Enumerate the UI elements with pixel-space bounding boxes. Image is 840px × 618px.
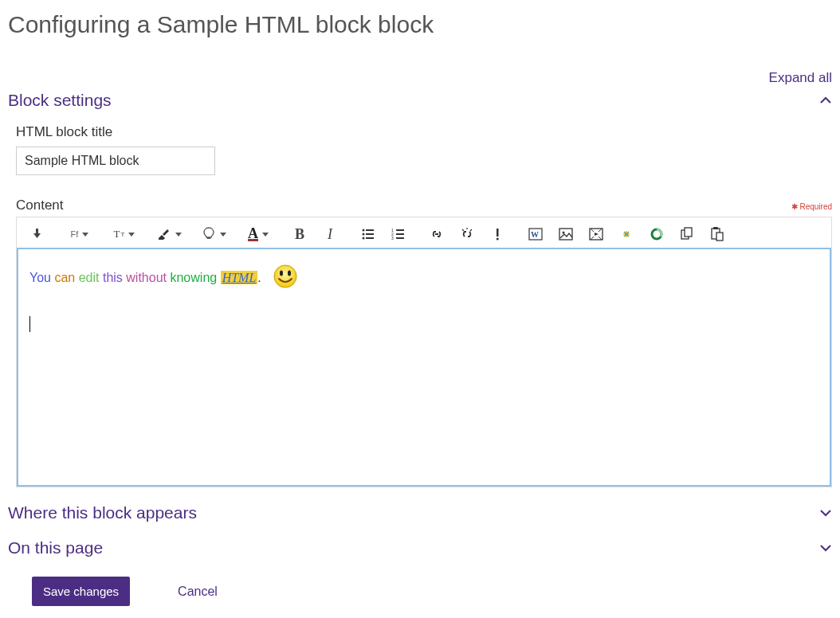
svg-point-27: [280, 271, 283, 276]
svg-rect-2: [366, 229, 374, 231]
bullet-list-button[interactable]: [353, 222, 383, 246]
section-where-appears-title: Where this block appears: [8, 503, 197, 522]
no-autolink-button[interactable]: [482, 222, 512, 246]
section-on-this-page[interactable]: On this page: [8, 538, 832, 557]
svg-point-5: [363, 237, 365, 240]
font-size-label: T: [114, 228, 120, 241]
svg-text:3: 3: [391, 236, 394, 241]
svg-point-26: [274, 265, 296, 287]
svg-rect-0: [206, 237, 210, 239]
font-size-dropdown[interactable]: TT: [106, 222, 143, 246]
font-color-dropdown[interactable]: A: [240, 222, 277, 246]
svg-point-28: [288, 271, 291, 276]
word-this: this: [103, 271, 123, 284]
text-cursor: [29, 316, 30, 332]
image-button[interactable]: [551, 222, 581, 246]
italic-icon: I: [328, 226, 332, 243]
highlight-dropdown[interactable]: [151, 222, 187, 246]
section-block-settings[interactable]: Block settings: [8, 91, 832, 110]
svg-point-14: [497, 238, 499, 241]
svg-rect-6: [366, 237, 374, 239]
svg-rect-25: [716, 233, 723, 241]
bold-button[interactable]: B: [285, 222, 315, 246]
svg-point-18: [563, 232, 565, 234]
caret-down-icon: [128, 233, 135, 237]
word-you: You: [29, 271, 51, 284]
word-edit: edit: [79, 271, 100, 284]
word-can: can: [54, 271, 75, 284]
cancel-button[interactable]: Cancel: [173, 584, 222, 600]
font-size-sub: T: [121, 231, 125, 238]
word-dot: .: [257, 271, 261, 284]
link-button[interactable]: [422, 222, 452, 246]
italic-button[interactable]: I: [315, 222, 345, 246]
video-button[interactable]: [581, 222, 611, 246]
editor: Ff TT A: [16, 217, 832, 487]
chevron-down-icon: [819, 542, 832, 554]
svg-rect-4: [366, 233, 374, 235]
required-note: ✱ Required: [791, 202, 832, 211]
hint-dropdown[interactable]: [195, 222, 232, 246]
caret-down-icon: [82, 233, 88, 237]
svg-rect-24: [713, 227, 718, 229]
paste-icon[interactable]: [702, 222, 732, 246]
font-family-dropdown[interactable]: Ff: [61, 222, 98, 246]
record-icon[interactable]: [642, 222, 672, 246]
word-html: HTML: [221, 271, 258, 284]
svg-rect-8: [396, 229, 404, 231]
save-changes-button[interactable]: Save changes: [32, 577, 130, 606]
content-label: Content: [16, 198, 64, 213]
editor-toolbar: Ff TT A: [17, 217, 831, 248]
word-import-icon[interactable]: W: [520, 222, 551, 246]
section-on-this-page-title: On this page: [8, 538, 103, 557]
sparkle-icon[interactable]: [611, 222, 642, 246]
numbered-list-button[interactable]: 123: [383, 222, 414, 246]
section-where-appears[interactable]: Where this block appears: [8, 503, 832, 522]
chevron-up-icon: [819, 94, 832, 107]
chevron-down-icon: [819, 507, 832, 519]
editor-sample-line: You can edit this without knowing HTML.: [29, 264, 818, 294]
font-color-label: A: [248, 228, 258, 241]
svg-point-3: [363, 233, 365, 236]
font-family-label: Ff: [71, 229, 79, 239]
svg-rect-10: [396, 233, 404, 235]
page-title: Configuring a Sample HTML block block: [8, 11, 832, 38]
unlink-button[interactable]: [452, 222, 482, 246]
block-settings-body: HTML block title Content ✱ Required Ff T…: [8, 124, 832, 487]
svg-rect-12: [396, 237, 404, 239]
section-block-settings-title: Block settings: [8, 91, 112, 110]
svg-rect-22: [685, 228, 692, 237]
html-block-title-label: HTML block title: [16, 124, 832, 140]
toggle-toolbar-icon[interactable]: [23, 222, 53, 246]
svg-point-1: [363, 229, 365, 232]
caret-down-icon: [175, 233, 182, 237]
word-without: without: [126, 271, 167, 284]
caret-down-icon: [220, 233, 226, 237]
bold-icon: B: [295, 226, 304, 243]
html-block-title-input[interactable]: [16, 147, 215, 175]
word-knowing: knowing: [170, 271, 217, 284]
svg-rect-13: [497, 229, 499, 237]
editor-content-area[interactable]: You can edit this without knowing HTML.: [17, 248, 831, 487]
svg-text:W: W: [531, 230, 539, 239]
copy-files-icon[interactable]: [672, 222, 702, 246]
caret-down-icon: [262, 233, 269, 237]
expand-all-link[interactable]: Expand all: [769, 70, 832, 85]
smiley-icon: [273, 264, 298, 289]
